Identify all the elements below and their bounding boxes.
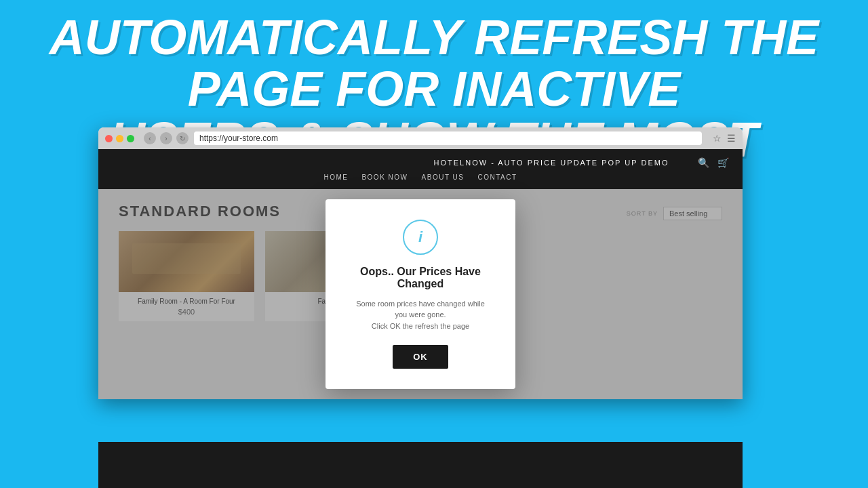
modal-title: Oops.. Our Prices Have Changed (353, 266, 488, 290)
site-content: HOTELNOW - AUTO PRICE UPDATE POP UP DEMO… (98, 149, 743, 399)
browser-dots (105, 135, 134, 142)
back-button[interactable]: ‹ (144, 132, 156, 144)
browser-actions: ☆ ☰ (713, 133, 736, 144)
nav-contact[interactable]: CONTACT (477, 174, 517, 181)
search-icon[interactable]: 🔍 (698, 157, 709, 168)
modal-dialog: i Oops.. Our Prices Have Changed Some ro… (326, 199, 515, 390)
minimize-dot[interactable] (116, 135, 123, 142)
site-logo: HOTELNOW - AUTO PRICE UPDATE POP UP DEMO (405, 159, 698, 167)
site-header: HOTELNOW - AUTO PRICE UPDATE POP UP DEMO… (98, 149, 743, 189)
modal-body-line1: Some room prices have changed while you … (356, 300, 485, 319)
modal-body: Some room prices have changed while you … (353, 298, 488, 332)
site-nav: HOME BOOK NOW ABOUT US CONTACT (323, 174, 517, 181)
modal-overlay: i Oops.. Our Prices Have Changed Some ro… (98, 189, 743, 399)
info-icon-circle: i (403, 220, 438, 255)
browser-window: ‹ › ↻ https://your-store.com ☆ ☰ HOTELNO… (98, 127, 743, 399)
menu-icon[interactable]: ☰ (727, 133, 736, 144)
modal-body-line2: Click OK the refresh the page (372, 322, 469, 330)
page-area: STANDARD ROOMS SORT BY Best selling Fami… (98, 189, 743, 399)
forward-button[interactable]: › (160, 132, 172, 144)
modal-ok-button[interactable]: OK (393, 345, 448, 369)
headline-line1: Automatically Refresh The Page For Inact… (50, 10, 819, 116)
nav-book-now[interactable]: BOOK NOW (361, 174, 408, 181)
browser-navigation: ‹ › ↻ (144, 132, 189, 144)
close-dot[interactable] (105, 135, 113, 142)
browser-chrome-bar: ‹ › ↻ https://your-store.com ☆ ☰ (98, 127, 743, 149)
url-text: https://your-store.com (199, 134, 278, 143)
site-header-icons: 🔍 🛒 (698, 157, 729, 168)
address-bar[interactable]: https://your-store.com (194, 131, 702, 145)
refresh-button[interactable]: ↻ (176, 132, 189, 144)
info-icon: i (418, 228, 422, 246)
bottom-bar (98, 442, 743, 488)
nav-home[interactable]: HOME (323, 174, 348, 181)
cart-icon[interactable]: 🛒 (717, 157, 729, 168)
bookmark-icon[interactable]: ☆ (713, 133, 722, 144)
site-header-top: HOTELNOW - AUTO PRICE UPDATE POP UP DEMO… (112, 157, 729, 168)
nav-about-us[interactable]: ABOUT US (422, 174, 465, 181)
maximize-dot[interactable] (127, 135, 134, 142)
